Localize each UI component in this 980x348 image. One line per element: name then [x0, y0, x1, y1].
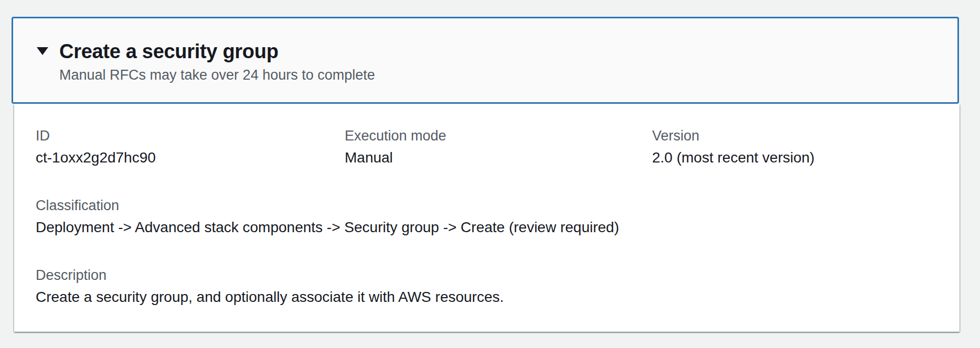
- header-text: Create a security group Manual RFCs may …: [59, 39, 375, 83]
- field-description-label: Description: [36, 267, 939, 284]
- field-id-value: ct-1oxx2g2d7hc90: [36, 149, 345, 166]
- field-execution-mode-value: Manual: [345, 149, 652, 166]
- field-row-summary: ID ct-1oxx2g2d7hc90 Execution mode Manua…: [36, 128, 939, 166]
- field-id: ID ct-1oxx2g2d7hc90: [36, 128, 345, 166]
- field-classification-label: Classification: [36, 198, 939, 214]
- caret-down-icon[interactable]: [37, 47, 48, 55]
- field-id-label: ID: [36, 128, 345, 144]
- field-description-value: Create a security group, and optionally …: [36, 288, 939, 306]
- field-classification: Classification Deployment -> Advanced st…: [36, 198, 939, 236]
- expandable-section-header[interactable]: Create a security group Manual RFCs may …: [12, 17, 959, 104]
- field-version: Version 2.0 (most recent version): [652, 128, 939, 166]
- field-version-label: Version: [652, 128, 939, 144]
- field-classification-value: Deployment -> Advanced stack components …: [36, 219, 939, 236]
- section-title: Create a security group: [59, 39, 375, 63]
- field-execution-mode: Execution mode Manual: [345, 128, 652, 166]
- expandable-section-content: ID ct-1oxx2g2d7hc90 Execution mode Manua…: [14, 104, 960, 332]
- field-version-value: 2.0 (most recent version): [652, 149, 939, 166]
- change-type-card: Create a security group Manual RFCs may …: [12, 17, 959, 332]
- field-description: Description Create a security group, and…: [36, 267, 939, 306]
- field-execution-mode-label: Execution mode: [345, 128, 652, 144]
- page: Create a security group Manual RFCs may …: [0, 0, 980, 348]
- section-subtitle: Manual RFCs may take over 24 hours to co…: [59, 67, 375, 83]
